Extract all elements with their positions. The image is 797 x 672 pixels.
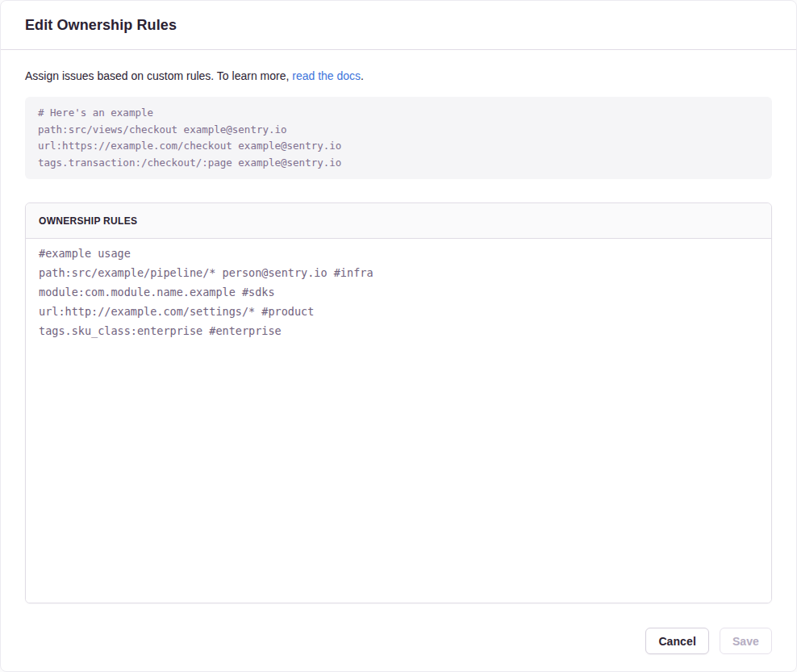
ownership-rules-textarea[interactable]: #example usage path:src/example/pipeline… bbox=[26, 239, 771, 603]
description-suffix: . bbox=[361, 69, 364, 82]
ownership-rules-panel-header: OWNERSHIP RULES bbox=[26, 203, 771, 239]
description: Assign issues based on custom rules. To … bbox=[25, 69, 772, 83]
ownership-rules-panel: OWNERSHIP RULES #example usage path:src/… bbox=[25, 202, 772, 603]
modal-body: Assign issues based on custom rules. To … bbox=[1, 50, 796, 628]
example-code-line: path:src/views/checkout example@sentry.i… bbox=[38, 122, 759, 139]
read-the-docs-link[interactable]: read the docs bbox=[292, 69, 361, 82]
example-code-line: # Here's an example bbox=[38, 105, 759, 122]
cancel-button[interactable]: Cancel bbox=[645, 628, 709, 654]
example-code-line: url:https://example.com/checkout example… bbox=[38, 138, 759, 155]
modal-header: Edit Ownership Rules bbox=[1, 1, 796, 50]
description-text: Assign issues based on custom rules. To … bbox=[25, 69, 292, 82]
example-code-block: # Here's an example path:src/views/check… bbox=[25, 97, 772, 179]
modal-footer: Cancel Save bbox=[1, 628, 796, 672]
edit-ownership-rules-modal: Edit Ownership Rules Assign issues based… bbox=[0, 0, 797, 672]
modal-title: Edit Ownership Rules bbox=[25, 17, 177, 34]
save-button[interactable]: Save bbox=[720, 628, 772, 654]
example-code-line: tags.transaction:/checkout/:page example… bbox=[38, 155, 759, 172]
ownership-rules-panel-title: OWNERSHIP RULES bbox=[39, 215, 137, 227]
